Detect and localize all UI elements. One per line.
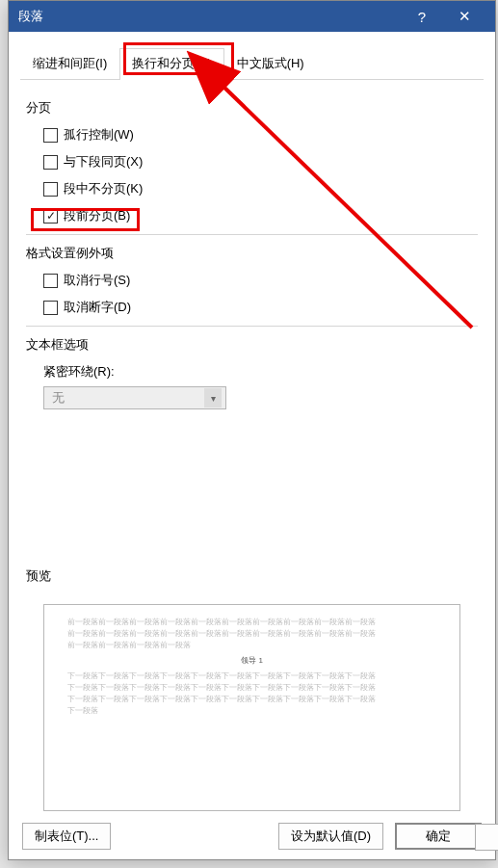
dialog-title: 段落: [18, 8, 401, 25]
button-label: 确定: [426, 828, 451, 845]
tight-wrap-select[interactable]: 无 ▾: [43, 386, 226, 409]
keep-with-next-label: 与下段同页(X): [64, 153, 143, 171]
format-exceptions-label: 格式设置例外项: [26, 245, 478, 262]
tight-wrap-value: 无: [52, 389, 65, 407]
divider: [26, 234, 478, 235]
tab-chinese-typography[interactable]: 中文版式(H): [224, 48, 317, 80]
suppress-hyphen-label: 取消断字(D): [64, 299, 131, 316]
preview-line: 下一段落下一段落下一段落下一段落下一段落下一段落下一段落下一段落下一段落下一段落: [67, 682, 436, 694]
partial-button[interactable]: 设为: [475, 824, 498, 851]
preview-line: 前一段落前一段落前一段落前一段落前一段落前一段落前一段落前一段落前一段落前一段落: [67, 628, 436, 640]
page-break-before-label: 段前分页(B): [64, 207, 130, 224]
keep-lines-row[interactable]: 段中不分页(K): [43, 180, 478, 197]
tab-indent-spacing[interactable]: 缩进和间距(I): [20, 48, 119, 80]
preview-line: 下一段落: [67, 705, 436, 717]
tab-line-page-breaks[interactable]: 换行和分页(P): [119, 48, 223, 80]
tight-wrap-label: 紧密环绕(R):: [43, 363, 478, 381]
chevron-down-icon: ▾: [204, 388, 222, 408]
suppress-hyphen-row[interactable]: 取消断字(D): [43, 299, 478, 316]
preview-label: 预览: [26, 567, 478, 585]
widow-control-label: 孤行控制(W): [64, 126, 134, 144]
help-button[interactable]: ?: [401, 1, 443, 32]
widow-control-row[interactable]: 孤行控制(W): [43, 126, 478, 144]
page-break-before-checkbox[interactable]: [43, 209, 58, 224]
tab-strip: 缩进和间距(I) 换行和分页(P) 中文版式(H): [20, 47, 484, 80]
keep-lines-checkbox[interactable]: [43, 182, 58, 197]
tab-label: 换行和分页(P): [132, 56, 211, 70]
button-label: 制表位(T)...: [35, 828, 98, 845]
tab-label: 中文版式(H): [237, 56, 304, 70]
tabstops-button[interactable]: 制表位(T)...: [22, 823, 111, 850]
preview-line: 前一段落前一段落前一段落前一段落: [67, 640, 436, 651]
set-default-button[interactable]: 设为默认值(D): [278, 823, 383, 850]
button-label: 设为默认值(D): [291, 828, 371, 845]
preview-box: 前一段落前一段落前一段落前一段落前一段落前一段落前一段落前一段落前一段落前一段落…: [43, 604, 460, 811]
suppress-line-numbers-label: 取消行号(S): [64, 272, 130, 289]
titlebar: 段落 ? ✕: [9, 1, 495, 32]
widow-control-checkbox[interactable]: [43, 128, 58, 143]
page-break-before-row[interactable]: 段前分页(B): [43, 207, 478, 224]
suppress-line-numbers-row[interactable]: 取消行号(S): [43, 272, 478, 289]
tab-content: 分页 孤行控制(W) 与下段同页(X) 段中不分页(K) 段前分页(B) 格式设…: [9, 80, 495, 413]
preview-line: 下一段落下一段落下一段落下一段落下一段落下一段落下一段落下一段落下一段落下一段落: [67, 694, 436, 705]
ok-button[interactable]: 确定: [395, 823, 482, 850]
textbox-options-label: 文本框选项: [26, 336, 478, 354]
keep-with-next-row[interactable]: 与下段同页(X): [43, 153, 478, 171]
keep-lines-label: 段中不分页(K): [64, 180, 143, 197]
paragraph-dialog: 段落 ? ✕ 缩进和间距(I) 换行和分页(P) 中文版式(H) 分页 孤行控制…: [8, 0, 496, 860]
preview-line: 下一段落下一段落下一段落下一段落下一段落下一段落下一段落下一段落下一段落下一段落: [67, 671, 436, 682]
tab-label: 缩进和间距(I): [33, 56, 107, 70]
button-row: 制表位(T)... 设为默认值(D) 确定: [9, 823, 495, 850]
suppress-hyphen-checkbox[interactable]: [43, 301, 58, 315]
suppress-line-numbers-checkbox[interactable]: [43, 274, 58, 288]
preview-section: 预览: [26, 560, 478, 594]
pagination-section-label: 分页: [26, 99, 478, 117]
close-button[interactable]: ✕: [443, 1, 485, 32]
keep-with-next-checkbox[interactable]: [43, 155, 58, 170]
preview-center-line: 领导 1: [67, 655, 436, 667]
preview-line: 前一段落前一段落前一段落前一段落前一段落前一段落前一段落前一段落前一段落前一段落: [67, 617, 436, 628]
divider: [26, 326, 478, 327]
